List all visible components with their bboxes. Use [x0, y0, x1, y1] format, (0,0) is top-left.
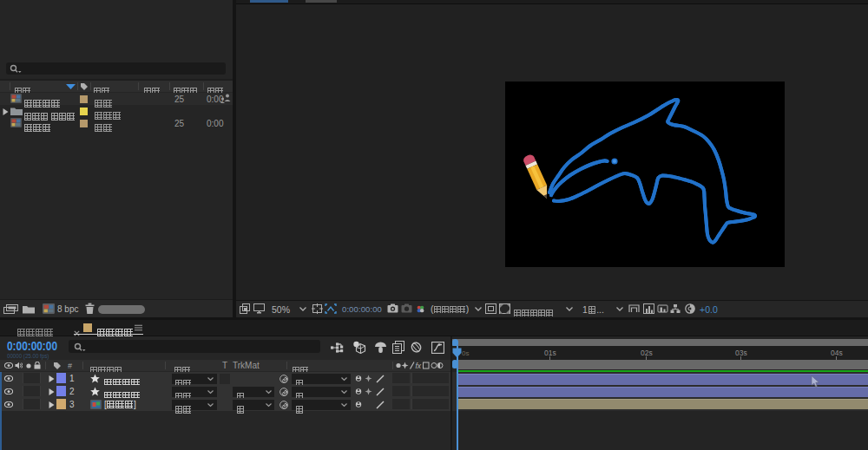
svg-text:fx: fx — [416, 362, 422, 370]
